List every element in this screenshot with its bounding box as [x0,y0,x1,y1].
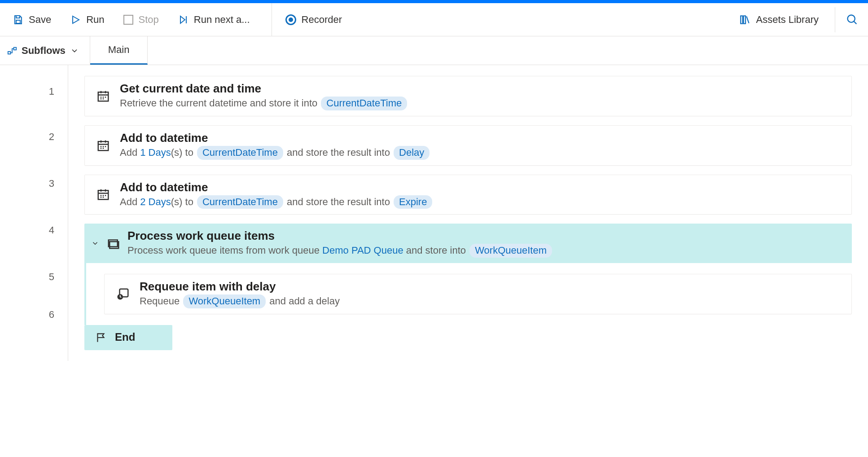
toolbar: Save Run Stop Run next a... Recorder As [0,3,868,36]
toolbar-right-group: Assets Library [731,7,864,32]
play-icon [70,14,81,25]
stop-label: Stop [139,14,159,26]
assets-library-label: Assets Library [756,14,819,26]
svg-rect-7 [8,51,11,54]
recorder-icon [285,14,296,25]
line-number: 1 [49,65,68,114]
block-body: Requeue item with delay Requeue WorkQueu… [84,263,852,325]
step-title: End [115,331,135,343]
svg-rect-0 [16,20,20,23]
run-label: Run [86,14,104,26]
step-content: Add to datetime Add 1 Days(s) to Current… [120,131,841,160]
step-end[interactable]: End [84,325,172,350]
line-number: 2 [49,114,68,160]
chevron-down-icon [70,46,79,55]
subflow-bar: Subflows Main [0,36,868,65]
chevron-down-icon[interactable] [91,239,100,248]
step-content: Process work queue items Process work qu… [127,229,846,258]
save-label: Save [29,14,51,26]
step-title: Add to datetime [120,180,841,194]
svg-rect-4 [743,16,745,23]
requeue-icon [115,286,131,302]
svg-line-6 [854,21,856,24]
run-next-button[interactable]: Run next a... [170,8,258,32]
line-number-gutter: 1 2 3 4 5 6 [0,65,68,361]
amount-value: 2 Days [140,196,171,207]
amount-value: 1 Days [140,147,171,158]
step-title: Add to datetime [120,131,841,145]
variable-pill[interactable]: CurrentDateTime [197,146,283,160]
step-content: Requeue item with delay Requeue WorkQueu… [140,280,841,308]
toolbar-left-group: Save Run Stop Run next a... [4,3,272,36]
stop-icon [123,15,133,25]
variable-pill[interactable]: CurrentDateTime [197,195,283,209]
run-next-label: Run next a... [194,14,250,26]
step-description: Retrieve the current datetime and store … [120,97,841,110]
window-top-bar [0,0,868,3]
recorder-label: Recorder [302,14,342,26]
step-requeue-item[interactable]: Requeue item with delay Requeue WorkQueu… [104,274,852,314]
line-number: 6 [49,300,68,329]
step-content: Get current date and time Retrieve the c… [120,82,841,110]
line-number: 3 [49,160,68,207]
step-content: Add to datetime Add 2 Days(s) to Current… [120,180,841,209]
line-number: 4 [49,207,68,254]
svg-point-5 [847,15,855,22]
variable-pill[interactable]: Delay [394,146,430,160]
step-title: Requeue item with delay [140,280,841,294]
queue-name: Demo PAD Queue [322,245,403,256]
save-icon [13,14,23,25]
assets-library-button[interactable]: Assets Library [731,8,827,32]
subflows-dropdown[interactable]: Subflows [0,36,90,65]
step-description: Add 2 Days(s) to CurrentDateTime and sto… [120,195,841,209]
run-button[interactable]: Run [62,8,112,32]
flow-canvas: 1 2 3 4 5 6 Get current date and time Re… [0,65,868,361]
calendar-icon [96,187,111,202]
variable-pill[interactable]: Expire [394,195,432,209]
queue-icon [106,236,121,251]
line-number: 5 [49,254,68,300]
step-get-current-datetime[interactable]: Get current date and time Retrieve the c… [84,76,852,116]
calendar-icon [96,88,111,104]
step-icon [178,14,189,25]
process-block: Process work queue items Process work qu… [84,224,852,350]
library-icon [739,14,751,26]
steps-list: Get current date and time Retrieve the c… [68,65,868,361]
search-button[interactable] [835,7,860,32]
step-description: Process work queue items from work queue… [127,244,846,258]
step-add-to-datetime[interactable]: Add to datetime Add 1 Days(s) to Current… [84,125,852,166]
step-title: Get current date and time [120,82,841,96]
variable-pill[interactable]: WorkQueueItem [183,294,266,308]
tab-main[interactable]: Main [90,36,148,65]
variable-pill[interactable]: CurrentDateTime [321,97,407,110]
step-add-to-datetime[interactable]: Add to datetime Add 2 Days(s) to Current… [84,175,852,215]
recorder-button[interactable]: Recorder [272,14,355,26]
svg-rect-1 [16,16,20,18]
step-description: Add 1 Days(s) to CurrentDateTime and sto… [120,146,841,160]
calendar-icon [96,138,111,153]
search-icon [846,13,859,26]
save-button[interactable]: Save [4,8,59,32]
svg-rect-8 [14,47,16,50]
tab-label: Main [108,44,130,56]
flag-icon [93,330,109,345]
subflows-label: Subflows [22,45,66,57]
flow-icon [7,46,17,56]
svg-rect-3 [741,16,742,23]
step-description: Requeue WorkQueueItem and add a delay [140,294,841,308]
stop-button: Stop [115,8,167,32]
step-process-work-queue-items[interactable]: Process work queue items Process work qu… [84,224,852,263]
step-title: Process work queue items [127,229,846,243]
variable-pill[interactable]: WorkQueueItem [469,244,552,258]
